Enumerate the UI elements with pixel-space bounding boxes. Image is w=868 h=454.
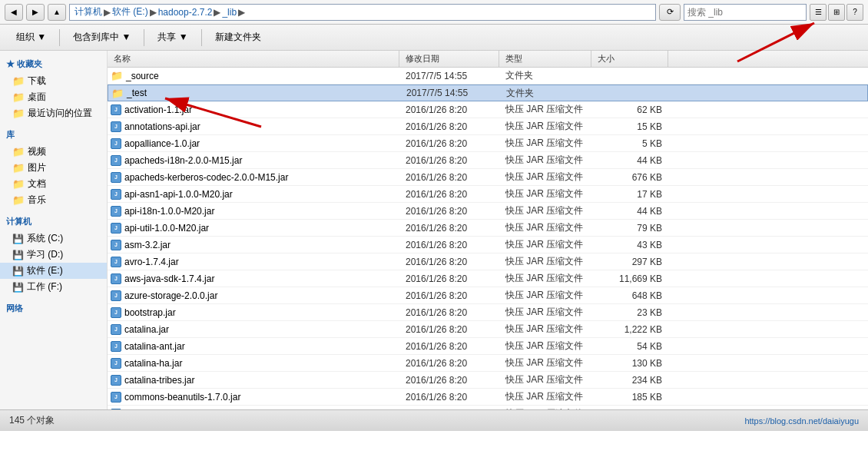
sidebar-item-desktop[interactable]: 📁 桌面 (0, 89, 107, 105)
file-date-cell: 2016/1/26 8:20 (399, 206, 499, 217)
table-row[interactable]: J bootstrap.jar 2016/1/26 8:20 快压 JAR 压缩… (108, 304, 868, 321)
jar-icon: J (111, 155, 121, 166)
file-type-cell: 快压 JAR 压缩文件 (499, 187, 591, 200)
file-type-cell: 文件夹 (499, 69, 591, 82)
drive-icon: 💾 (12, 266, 24, 277)
forward-button[interactable]: ▶ (26, 4, 45, 21)
sidebar-item-c-drive[interactable]: 💾 系统 (C:) (0, 230, 107, 247)
table-row[interactable]: J api-i18n-1.0.0-M20.jar 2016/1/26 8:20 … (108, 203, 868, 220)
file-size-cell: 44 KB (591, 206, 668, 217)
organize-button[interactable]: 组织 ▼ (8, 27, 55, 48)
folder-icon: 📁 (12, 108, 25, 119)
file-name-cell: J commons-beanutils-core-1.8.0.jar (108, 409, 399, 410)
folder-icon: 📁 (12, 194, 25, 206)
folder-icon: 📁 (111, 70, 123, 81)
file-date-cell: 2016/1/26 8:20 (399, 172, 499, 183)
new-folder-button[interactable]: 新建文件夹 (207, 27, 270, 48)
jar-icon: J (111, 257, 121, 267)
file-name: _source (126, 71, 159, 81)
address-path[interactable]: 计算机 ▶ 软件 (E:) ▶ hadoop-2.7.2 ▶ _lib ▶ (69, 4, 656, 21)
col-header-date[interactable]: 修改日期 (399, 51, 499, 67)
share-button[interactable]: 共享 ▼ (149, 27, 196, 48)
back-button[interactable]: ◀ (5, 4, 23, 21)
jar-icon: J (111, 358, 121, 369)
table-row[interactable]: J commons-beanutils-1.7.0.jar 2016/1/26 … (108, 389, 868, 406)
sidebar: ★ 收藏夹 📁 下载 📁 桌面 📁 最近访问的位置 库 📁 (0, 51, 108, 409)
sidebar-item-video[interactable]: 📁 视频 (0, 144, 107, 160)
refresh-button[interactable]: ⟳ (659, 4, 681, 21)
sidebar-item-documents[interactable]: 📁 文档 (0, 176, 107, 192)
table-row[interactable]: J apacheds-kerberos-codec-2.0.0-M15.jar … (108, 169, 868, 186)
col-header-type[interactable]: 类型 (499, 51, 591, 67)
table-row[interactable]: J catalina.jar 2016/1/26 8:20 快压 JAR 压缩文… (108, 321, 868, 338)
sidebar-item-f-drive[interactable]: 💾 工作 (F:) (0, 279, 107, 295)
table-row[interactable]: J api-asn1-api-1.0.0-M20.jar 2016/1/26 8… (108, 186, 868, 203)
file-type-cell: 文件夹 (500, 87, 592, 100)
file-type-cell: 快压 JAR 压缩文件 (499, 323, 591, 336)
table-row[interactable]: J aopalliance-1.0.jar 2016/1/26 8:20 快压 … (108, 135, 868, 152)
file-type-cell: 快压 JAR 压缩文件 (499, 171, 591, 184)
drive-icon: 💾 (12, 282, 24, 293)
main-container: ★ 收藏夹 📁 下载 📁 桌面 📁 最近访问的位置 库 📁 (0, 51, 868, 409)
table-row[interactable]: J azure-storage-2.0.0.jar 2016/1/26 8:20… (108, 287, 868, 304)
help-button[interactable]: ? (846, 4, 863, 21)
search-input[interactable] (687, 7, 803, 18)
file-type-cell: 快压 JAR 压缩文件 (499, 154, 591, 167)
table-row[interactable]: 📁 _source 2017/7/5 14:55 文件夹 (108, 68, 868, 85)
jar-icon: J (111, 138, 121, 149)
path-drive[interactable]: 软件 (E:) (112, 5, 148, 18)
view-grid-button[interactable]: ⊞ (828, 4, 845, 21)
sidebar-item-d-drive[interactable]: 💾 学习 (D:) (0, 247, 107, 263)
add-to-library-button[interactable]: 包含到库中 ▼ (65, 27, 139, 48)
window: ◀ ▶ ▲ 计算机 ▶ 软件 (E:) ▶ hadoop-2.7.2 ▶ _li… (0, 0, 868, 454)
path-hadoop[interactable]: hadoop-2.7.2 (158, 7, 213, 18)
file-size-cell: 234 KB (591, 375, 668, 386)
file-name: aopalliance-1.0.jar (124, 138, 200, 149)
jar-icon: J (111, 409, 121, 410)
sidebar-item-e-drive[interactable]: 💾 软件 (E:) (0, 263, 107, 279)
sidebar-item-download[interactable]: 📁 下载 (0, 73, 107, 89)
file-name: activation-1.1.jar (124, 104, 192, 115)
network-title[interactable]: 网络 (0, 301, 107, 317)
favorites-section: ★ 收藏夹 📁 下载 📁 桌面 📁 最近访问的位置 (0, 57, 107, 121)
col-header-name[interactable]: 名称 (108, 51, 399, 67)
table-row[interactable]: J aws-java-sdk-1.7.4.jar 2016/1/26 8:20 … (108, 270, 868, 287)
table-row[interactable]: J asm-3.2.jar 2016/1/26 8:20 快压 JAR 压缩文件… (108, 237, 868, 254)
file-type-cell: 快压 JAR 压缩文件 (499, 272, 591, 285)
file-size-cell: 297 KB (591, 257, 668, 267)
file-list: 名称 修改日期 类型 大小 📁 _source 2017/7/5 14:55 文… (108, 51, 868, 409)
table-row[interactable]: J catalina-tribes.jar 2016/1/26 8:20 快压 … (108, 372, 868, 389)
table-row[interactable]: J catalina-ha.jar 2016/1/26 8:20 快压 JAR … (108, 355, 868, 372)
path-lib[interactable]: _lib (222, 7, 237, 18)
table-row[interactable]: J commons-beanutils-core-1.8.0.jar 2016/… (108, 406, 868, 409)
file-name: apacheds-kerberos-codec-2.0.0-M15.jar (124, 172, 288, 183)
file-name-cell: J catalina.jar (108, 324, 399, 335)
file-name-cell: J api-i18n-1.0.0-M20.jar (108, 206, 399, 217)
file-name-cell: J bootstrap.jar (108, 307, 399, 318)
library-title[interactable]: 库 (0, 128, 107, 144)
file-size-cell: 1,222 KB (591, 324, 668, 335)
file-name: apacheds-i18n-2.0.0-M15.jar (124, 155, 242, 166)
up-button[interactable]: ▲ (48, 4, 66, 21)
file-type-cell: 快压 JAR 压缩文件 (499, 238, 591, 251)
table-row[interactable]: J activation-1.1.jar 2016/1/26 8:20 快压 J… (108, 101, 868, 118)
folder-icon: 📁 (12, 162, 25, 174)
table-row[interactable]: J avro-1.7.4.jar 2016/1/26 8:20 快压 JAR 压… (108, 254, 868, 270)
search-box[interactable] (684, 4, 807, 21)
file-size-cell: 23 KB (591, 307, 668, 318)
col-header-size[interactable]: 大小 (591, 51, 668, 67)
jar-icon: J (111, 121, 121, 132)
table-row[interactable]: J catalina-ant.jar 2016/1/26 8:20 快压 JAR… (108, 338, 868, 355)
sidebar-item-music[interactable]: 📁 音乐 (0, 192, 107, 208)
table-row[interactable]: 📁 _test 2017/7/5 14:55 文件夹 (108, 85, 868, 101)
view-list-button[interactable]: ☰ (810, 4, 827, 21)
path-sep-4: ▶ (238, 7, 245, 18)
table-row[interactable]: J annotations-api.jar 2016/1/26 8:20 快压 … (108, 118, 868, 135)
favorites-title[interactable]: ★ 收藏夹 (0, 57, 107, 73)
sidebar-item-recent[interactable]: 📁 最近访问的位置 (0, 105, 107, 121)
sidebar-item-pictures[interactable]: 📁 图片 (0, 160, 107, 176)
computer-title[interactable]: 计算机 (0, 214, 107, 230)
table-row[interactable]: J apacheds-i18n-2.0.0-M15.jar 2016/1/26 … (108, 152, 868, 169)
path-computer[interactable]: 计算机 (75, 5, 102, 18)
table-row[interactable]: J api-util-1.0.0-M20.jar 2016/1/26 8:20 … (108, 220, 868, 237)
